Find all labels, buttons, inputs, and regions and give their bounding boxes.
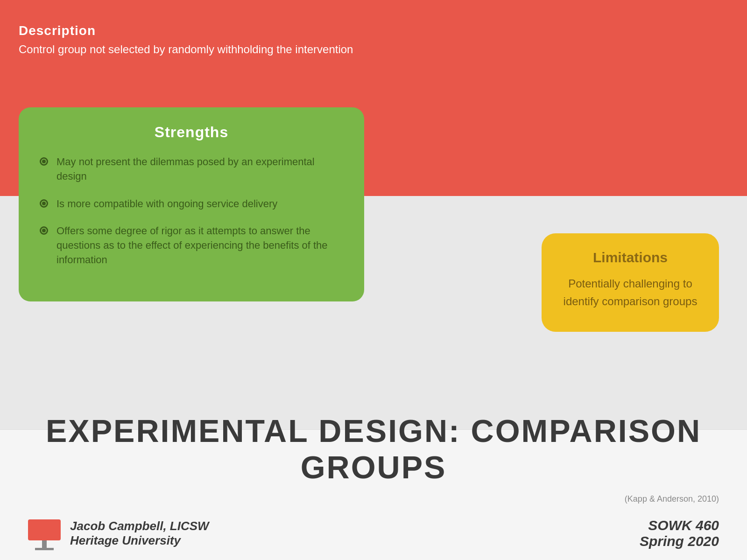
bottom-section: EXPERIMENTAL DESIGN: COMPARISON GROUPS (… — [0, 429, 747, 560]
citation: (Kapp & Anderson, 2010) — [625, 494, 719, 504]
logo-base — [35, 548, 54, 550]
strengths-list: May not present the dilemmas posed by an… — [40, 155, 343, 267]
logo-stand — [42, 540, 47, 548]
instructor-name: Jacob Campbell, LICSW — [70, 519, 209, 533]
strength-item-3: Offers some degree of rigor as it attemp… — [56, 224, 343, 267]
list-item: Is more compatible with ongoing service … — [40, 197, 343, 211]
footer-left: Jacob Campbell, LICSW Heritage Universit… — [28, 519, 209, 548]
list-item: May not present the dilemmas posed by an… — [40, 155, 343, 184]
strength-item-2: Is more compatible with ongoing service … — [56, 197, 277, 211]
bullet-icon — [40, 199, 48, 208]
strengths-card: Strengths May not present the dilemmas p… — [19, 107, 364, 301]
logo-screen — [28, 519, 61, 540]
university-name: Heritage University — [70, 533, 209, 548]
instructor-info: Jacob Campbell, LICSW Heritage Universit… — [70, 519, 209, 548]
description-text: Control group not selected by randomly w… — [19, 43, 728, 56]
heritage-university-logo — [28, 519, 61, 547]
limitations-title: Limitations — [556, 250, 705, 266]
description-label: Description — [19, 23, 728, 38]
limitations-text: Potentially challenging to identify comp… — [556, 275, 705, 311]
list-item: Offers some degree of rigor as it attemp… — [40, 224, 343, 267]
course-semester: Spring 2020 — [640, 533, 719, 549]
strengths-title: Strengths — [40, 124, 343, 141]
bullet-icon — [40, 157, 48, 166]
main-title: EXPERIMENTAL DESIGN: COMPARISON GROUPS — [0, 413, 747, 485]
course-info: SOWK 460 Spring 2020 — [640, 518, 719, 549]
bullet-icon — [40, 226, 48, 235]
footer: Jacob Campbell, LICSW Heritage Universit… — [0, 506, 747, 560]
limitations-card: Limitations Potentially challenging to i… — [542, 233, 719, 332]
strength-item-1: May not present the dilemmas posed by an… — [56, 155, 343, 184]
course-code: SOWK 460 — [640, 518, 719, 533]
description-section: Description Control group not selected b… — [19, 23, 728, 56]
